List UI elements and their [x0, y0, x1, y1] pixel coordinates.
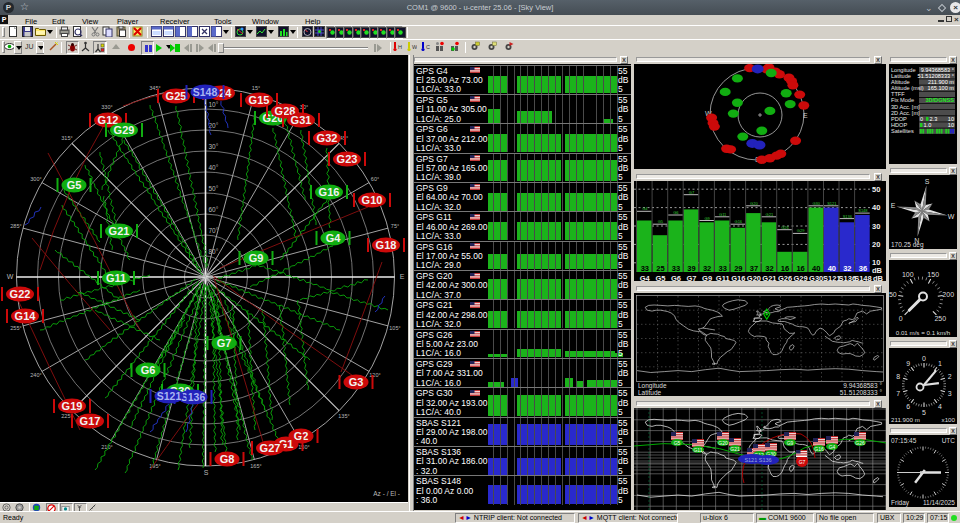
svg-text:16: 16 [781, 264, 789, 273]
svg-text:225°: 225° [61, 413, 72, 419]
svg-text:G20: G20 [750, 201, 758, 206]
svg-text:Az - / El -: Az - / El - [373, 490, 400, 497]
svg-text:150: 150 [927, 271, 939, 278]
svg-text:210°: 210° [101, 444, 112, 450]
svg-text:S: S [925, 178, 930, 185]
svg-text:211.900 m: 211.900 m [891, 416, 920, 423]
svg-text:G23: G23 [337, 153, 358, 165]
svg-text:40: 40 [872, 203, 880, 212]
svg-text:50°: 50° [209, 185, 219, 192]
svg-text:G7: G7 [799, 459, 806, 465]
svg-text:G20: G20 [718, 440, 728, 446]
svg-text:135°: 135° [338, 413, 349, 419]
svg-text:39: 39 [687, 264, 695, 273]
svg-text:5: 5 [922, 409, 926, 416]
svg-text:W: W [412, 44, 417, 50]
svg-text:W: W [948, 213, 955, 220]
svg-text:E: E [400, 273, 405, 280]
svg-text:30°: 30° [209, 143, 219, 150]
svg-text:G5: G5 [658, 219, 664, 224]
svg-text:G21: G21 [766, 212, 774, 217]
svg-text:30: 30 [872, 222, 880, 231]
svg-text:Latitude: Latitude [638, 389, 662, 396]
svg-text:32: 32 [765, 264, 773, 273]
svg-text:G31: G31 [291, 114, 312, 126]
svg-text:W: W [7, 273, 14, 280]
svg-text:10: 10 [948, 116, 954, 122]
svg-text:G8: G8 [220, 453, 235, 465]
svg-text:Latitude: Latitude [891, 73, 911, 79]
svg-text:G26: G26 [855, 440, 865, 446]
svg-text:UTC: UTC [942, 437, 956, 444]
svg-text:G4: G4 [642, 206, 648, 211]
svg-text:G7: G7 [217, 337, 232, 349]
svg-text:315°: 315° [61, 135, 72, 141]
svg-text:S: S [204, 469, 209, 476]
svg-text:3D/DGNSS: 3D/DGNSS [925, 97, 954, 103]
svg-text:G9: G9 [249, 252, 264, 264]
svg-text:G4: G4 [829, 444, 836, 450]
svg-text:330°: 330° [101, 104, 112, 110]
svg-text:211.900 m: 211.900 m [928, 79, 954, 85]
svg-text:G11: G11 [106, 272, 126, 284]
svg-text:10: 10 [948, 122, 954, 128]
svg-text:255°: 255° [10, 325, 21, 331]
svg-text:G19: G19 [62, 400, 83, 412]
svg-text:S121: S121 [157, 390, 182, 402]
svg-text:16: 16 [796, 264, 804, 273]
svg-text:G18: G18 [376, 239, 397, 251]
svg-text:G30: G30 [812, 201, 820, 206]
svg-text:170.25 deg: 170.25 deg [891, 241, 924, 249]
svg-text:40: 40 [812, 264, 820, 273]
svg-text:150°: 150° [298, 444, 309, 450]
svg-text:G11: G11 [719, 212, 727, 217]
svg-text:29: 29 [734, 264, 742, 273]
svg-text:0: 0 [920, 116, 923, 122]
svg-text:G26: G26 [781, 225, 789, 230]
svg-text:285°: 285° [10, 223, 21, 229]
svg-text:S136: S136 [843, 214, 853, 219]
svg-text:Satellites: Satellites [891, 128, 914, 134]
svg-text:x100: x100 [942, 416, 956, 423]
svg-text:G21: G21 [730, 446, 740, 452]
svg-text:Fix Mode: Fix Mode [891, 97, 914, 103]
svg-text:G10: G10 [362, 194, 383, 206]
svg-text:300°: 300° [30, 176, 41, 182]
svg-text:G15: G15 [249, 94, 270, 106]
svg-text:200: 200 [942, 291, 954, 298]
svg-text:100: 100 [902, 271, 914, 278]
svg-text:G16: G16 [814, 446, 824, 452]
svg-text:0: 0 [922, 355, 926, 362]
svg-text:07:15:45: 07:15:45 [891, 437, 917, 444]
svg-text:G29: G29 [114, 124, 135, 136]
svg-text:G9: G9 [704, 216, 710, 221]
svg-text:G6: G6 [673, 210, 679, 215]
svg-text:E: E [891, 202, 896, 209]
svg-text:PDOP: PDOP [891, 116, 907, 122]
svg-text:G3: G3 [349, 376, 364, 388]
svg-text:33: 33 [672, 264, 680, 273]
svg-text:51.51208333 °: 51.51208333 ° [840, 389, 883, 396]
svg-text:3D Acc. [m]: 3D Acc. [m] [891, 104, 920, 110]
svg-text:25: 25 [656, 264, 664, 273]
svg-text:33: 33 [719, 264, 727, 273]
svg-text:G11: G11 [693, 447, 702, 453]
svg-text:E: E [803, 112, 808, 119]
svg-text:4: 4 [938, 403, 942, 410]
svg-text:G21: G21 [109, 225, 130, 237]
svg-text:G17: G17 [80, 415, 101, 427]
svg-text:2: 2 [948, 373, 952, 380]
svg-text:C: C [426, 44, 430, 50]
svg-text:11/14/2025: 11/14/2025 [923, 499, 955, 506]
svg-text:Longitude: Longitude [891, 67, 916, 73]
svg-text:G5: G5 [67, 179, 82, 191]
svg-text:7: 7 [896, 390, 900, 397]
svg-text:G27: G27 [260, 442, 281, 454]
svg-text:240°: 240° [30, 372, 41, 378]
svg-text:G7: G7 [689, 190, 695, 195]
svg-text:S136: S136 [181, 391, 206, 403]
svg-text:Friday: Friday [891, 499, 910, 507]
svg-text:G16: G16 [319, 186, 340, 198]
svg-text:G29: G29 [797, 228, 805, 233]
svg-text:G4: G4 [326, 232, 342, 244]
